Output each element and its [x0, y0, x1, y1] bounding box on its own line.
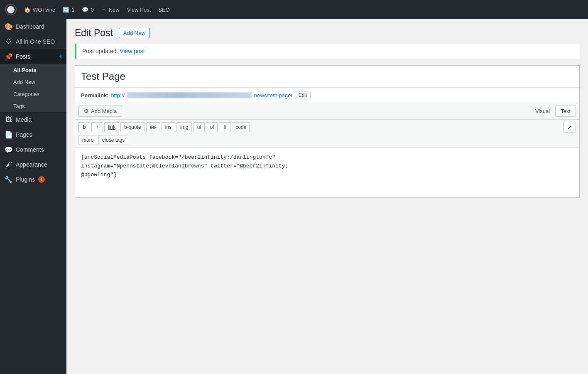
plugins-icon: 🔧 [5, 176, 12, 183]
fmt-code-button[interactable]: code [232, 122, 250, 132]
adminbar-seo[interactable]: SEO [158, 7, 169, 13]
media-icon: 🖼 [5, 116, 12, 123]
updates-icon: 🔄 [63, 7, 69, 13]
sidebar-item-all-posts[interactable]: All Posts [0, 64, 66, 76]
fmt-del-button[interactable]: del [146, 122, 160, 132]
editor-tabs: Visual Text [530, 106, 576, 117]
fmt-close-tags-button[interactable]: close tags [98, 135, 128, 145]
post-title-input[interactable] [75, 66, 579, 88]
add-new-button[interactable]: Add New [119, 28, 150, 38]
fmt-italic-button[interactable]: i [91, 122, 103, 132]
tab-text[interactable]: Text [555, 106, 576, 117]
adminbar-updates[interactable]: 🔄 1 [63, 7, 74, 13]
sidebar-item-categories[interactable]: Categories [0, 88, 66, 100]
adminbar-comments[interactable]: 💬 0 [82, 7, 93, 13]
adminbar-new[interactable]: ＋ New [101, 6, 120, 13]
sidebar-item-comments[interactable]: 💬 Comments [0, 142, 66, 157]
sidebar-item-dashboard[interactable]: 🎨 Dashboard [0, 19, 66, 34]
fmt-more-button[interactable]: more [78, 135, 97, 145]
adminbar-site-name[interactable]: 🏠 WOTvine [24, 7, 55, 13]
plus-icon: ＋ [101, 6, 107, 13]
dashboard-icon: 🎨 [5, 23, 12, 30]
admin-bar: ⚪ 🏠 WOTvine 🔄 1 💬 0 ＋ New View Post SEO [0, 0, 588, 19]
pages-icon: 📄 [5, 131, 12, 138]
comments-sidebar-icon: 💬 [5, 146, 12, 153]
permalink-url-start[interactable]: http:// [111, 92, 125, 98]
edit-permalink-button[interactable]: Edit [295, 91, 311, 99]
sidebar: 🎨 Dashboard 🛡 All in One SEO 📌 Posts All… [0, 19, 66, 374]
permalink-row: Permalink: http:// news/test-page/ Edit [75, 88, 579, 103]
fmt-ins-button[interactable]: ins [162, 122, 175, 132]
fmt-bquote-button[interactable]: b-quote [120, 122, 145, 132]
fmt-fullscreen-button[interactable]: ⤢ [564, 122, 576, 133]
main-content: Edit Post Add New Post updated. View pos… [66, 19, 588, 374]
fmt-bold-button[interactable]: b [78, 122, 90, 132]
format-toolbar: b i link b-quote del ins img ul ol li co… [75, 120, 579, 148]
permalink-blurred [127, 92, 252, 98]
add-media-icon: ⚙ [84, 108, 89, 114]
post-updated-notice: Post updated. View post [75, 44, 580, 59]
sidebar-item-pages[interactable]: 📄 Pages [0, 127, 66, 142]
fmt-link-button[interactable]: link [104, 122, 119, 132]
adminbar-view-post[interactable]: View Post [127, 7, 151, 13]
add-media-button[interactable]: ⚙ Add Media [78, 106, 122, 117]
sidebar-item-posts[interactable]: 📌 Posts [0, 49, 66, 64]
sidebar-item-aioseo[interactable]: 🛡 All in One SEO [0, 34, 66, 49]
editor-toolbar: ⚙ Add Media Visual Text [75, 103, 579, 120]
sidebar-arrow [59, 54, 61, 59]
fmt-ul-button[interactable]: ul [193, 122, 205, 132]
layout: 🎨 Dashboard 🛡 All in One SEO 📌 Posts All… [0, 19, 588, 374]
view-post-link[interactable]: View post [120, 48, 145, 54]
sidebar-item-plugins[interactable]: 🔧 Plugins 1 [0, 172, 66, 187]
fmt-ol-button[interactable]: ol [206, 122, 218, 132]
appearance-icon: 🖌 [5, 161, 12, 168]
fmt-img-button[interactable]: img [176, 122, 192, 132]
wp-logo-icon[interactable]: ⚪ [5, 4, 17, 15]
notice-text: Post updated. [82, 48, 118, 54]
permalink-url-end[interactable]: news/test-page/ [254, 92, 292, 98]
sidebar-item-media[interactable]: 🖼 Media [0, 112, 66, 127]
sidebar-item-add-new[interactable]: Add New [0, 76, 66, 88]
permalink-label: Permalink: [81, 92, 108, 98]
plugins-badge: 1 [38, 176, 45, 183]
pushpin-icon: 📌 [5, 53, 12, 60]
editor-content[interactable]: [sncSocialMediaPosts facebook="/beer2inf… [75, 148, 579, 197]
shield-icon: 🛡 [5, 38, 12, 45]
posts-submenu: All Posts Add New Categories Tags [0, 64, 66, 112]
editor-card: Permalink: http:// news/test-page/ Edit … [75, 65, 580, 198]
sidebar-item-appearance[interactable]: 🖌 Appearance [0, 157, 66, 172]
tab-visual[interactable]: Visual [530, 106, 555, 117]
page-title: Edit Post [75, 27, 113, 39]
comments-icon: 💬 [82, 7, 88, 13]
fmt-li-button[interactable]: li [219, 122, 230, 132]
page-header: Edit Post Add New [75, 27, 580, 39]
sidebar-item-tags[interactable]: Tags [0, 100, 66, 112]
home-icon: 🏠 [24, 7, 31, 13]
